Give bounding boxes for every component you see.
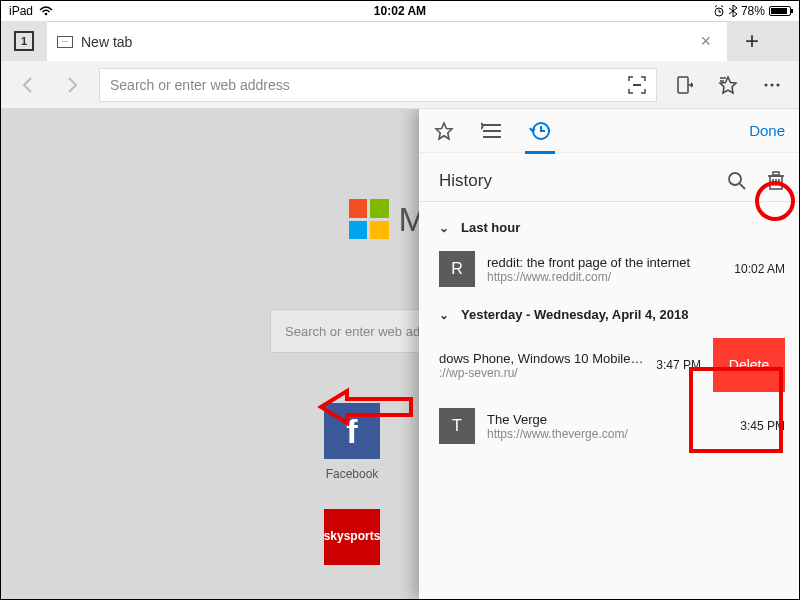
history-header: History xyxy=(419,153,799,201)
section-label: Last hour xyxy=(461,220,520,235)
tab-active[interactable]: ··· New tab × xyxy=(47,21,727,61)
annotation-arrow xyxy=(321,387,421,427)
section-label: Yesterday - Wednesday, April 4, 2018 xyxy=(461,307,688,322)
microsoft-logo-icon xyxy=(349,199,389,239)
address-placeholder: Search or enter web address xyxy=(110,77,290,93)
tab-title: New tab xyxy=(81,34,686,50)
clock-label: 10:02 AM xyxy=(267,4,533,18)
battery-icon xyxy=(769,6,791,16)
more-button[interactable] xyxy=(755,68,789,102)
alarm-icon xyxy=(713,5,725,17)
history-title: History xyxy=(439,171,717,191)
history-entry-url: ://wp-seven.ru/ xyxy=(439,366,644,380)
svg-point-20 xyxy=(729,173,741,185)
svg-line-4 xyxy=(715,6,717,8)
hub-tab-readinglist[interactable] xyxy=(481,120,503,142)
chevron-down-icon: ⌄ xyxy=(439,308,449,322)
svg-rect-6 xyxy=(633,84,641,86)
new-tab-button[interactable]: + xyxy=(727,21,777,61)
svg-point-0 xyxy=(45,13,48,16)
page-content: Mic Search or enter web address f Facebo… xyxy=(1,109,799,599)
forward-button[interactable] xyxy=(55,68,89,102)
hub-panel: Done History ⌄ Last hour R reddit: the xyxy=(419,109,799,599)
tab-page-icon: ··· xyxy=(57,36,73,48)
carrier-label: iPad xyxy=(9,4,33,18)
history-entry-url: https://www.reddit.com/ xyxy=(487,270,722,284)
tab-count-label: 1 xyxy=(21,35,27,47)
annotation-box xyxy=(689,367,783,453)
tab-strip: 1 ··· New tab × + xyxy=(1,21,799,61)
svg-marker-28 xyxy=(321,391,411,423)
favorites-button[interactable] xyxy=(711,68,745,102)
svg-line-21 xyxy=(740,184,745,189)
bluetooth-icon xyxy=(729,5,737,17)
history-section-yesterday[interactable]: ⌄ Yesterday - Wednesday, April 4, 2018 xyxy=(419,295,799,330)
ios-status-bar: iPad 10:02 AM 78% xyxy=(1,1,799,21)
history-row[interactable]: R reddit: the front page of the internet… xyxy=(419,243,799,295)
tab-close-button[interactable]: × xyxy=(694,31,717,52)
annotation-circle xyxy=(755,181,795,221)
browser-toolbar: Search or enter web address xyxy=(1,61,799,109)
hub-done-button[interactable]: Done xyxy=(749,122,785,139)
battery-pct-label: 78% xyxy=(741,4,765,18)
history-entry-time: 10:02 AM xyxy=(734,262,785,276)
skysports-icon: skysports xyxy=(324,509,380,565)
history-search-button[interactable] xyxy=(727,171,747,191)
svg-point-11 xyxy=(770,83,773,86)
svg-point-12 xyxy=(776,83,779,86)
site-favicon: R xyxy=(439,251,475,287)
site-favicon: T xyxy=(439,408,475,444)
wifi-icon xyxy=(39,6,53,16)
divider xyxy=(419,201,799,202)
send-to-device-button[interactable] xyxy=(667,68,701,102)
hub-tab-history[interactable] xyxy=(529,120,551,142)
address-bar[interactable]: Search or enter web address xyxy=(99,68,657,102)
back-button[interactable] xyxy=(11,68,45,102)
tile-label: Facebook xyxy=(326,467,379,481)
history-entry-title: dows Phone, Windows 10 Mobile и Wi… xyxy=(439,351,644,366)
qr-scan-icon[interactable] xyxy=(628,76,646,94)
tile-skysports[interactable]: skysports xyxy=(324,509,380,573)
hub-tabs: Done xyxy=(419,109,799,153)
history-entry-title: reddit: the front page of the internet xyxy=(487,255,722,270)
hub-tab-favorites[interactable] xyxy=(433,120,455,142)
svg-line-5 xyxy=(721,6,723,8)
svg-point-10 xyxy=(764,83,767,86)
svg-rect-7 xyxy=(678,77,688,93)
tab-count-button[interactable]: 1 xyxy=(1,21,47,61)
chevron-down-icon: ⌄ xyxy=(439,221,449,235)
svg-rect-27 xyxy=(773,172,779,175)
history-section-lasthour[interactable]: ⌄ Last hour xyxy=(419,208,799,243)
